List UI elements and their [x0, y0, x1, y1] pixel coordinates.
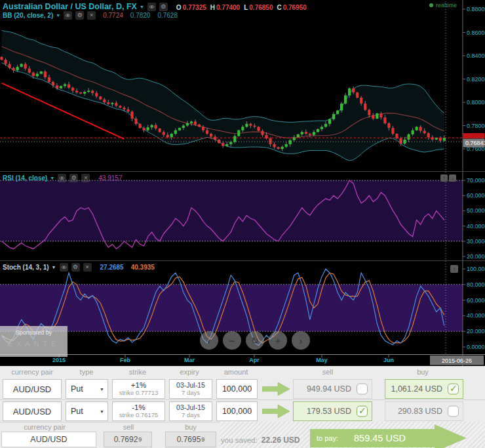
eye-icon[interactable]: [147, 3, 156, 11]
pair-field[interactable]: AUD/USD: [3, 379, 62, 399]
to-pay-label: to pay:: [317, 434, 338, 442]
rsi-label[interactable]: RSI (14, close): [3, 174, 47, 182]
quote-buy-price[interactable]: 0.76959: [165, 432, 216, 447]
sell-price-button[interactable]: 179.53 USD: [293, 401, 372, 421]
quote-sell-pip: 9: [138, 436, 142, 443]
expiry-field[interactable]: 03-Jul-15 7 days: [169, 379, 212, 399]
time-tick-label: Apr: [249, 357, 260, 363]
price-chart-canvas[interactable]: 0.880000.860000.840000.820000.800000.780…: [0, 0, 485, 366]
savings-readout: you saved: 22.26 USD: [221, 436, 300, 445]
ohlc-readout: O0.77325 H0.77400 L0.76850 C0.76950: [176, 1, 307, 12]
buy-price-button[interactable]: 290.83 USD: [385, 401, 463, 421]
bb-label[interactable]: BB (20, close, 2): [3, 12, 53, 19]
saved-value: 22.26 USD: [262, 436, 300, 445]
chevron-down-icon[interactable]: ▼: [50, 176, 54, 180]
buy-price: 1,061.24 USD: [391, 384, 442, 394]
strike-field[interactable]: -1% strike 0.76175: [112, 401, 165, 421]
reset-zoom-button[interactable]: ↻: [246, 331, 264, 350]
column-header-type: type: [80, 368, 94, 376]
collapse-up-icon[interactable]: ↑: [450, 265, 458, 273]
buy-checkbox[interactable]: [448, 406, 459, 417]
quote-sell-price[interactable]: 0.76929: [104, 432, 152, 447]
to-pay-banner[interactable]: to pay: 859.45 USD: [310, 429, 435, 447]
amount-input[interactable]: 100,000: [216, 379, 258, 399]
sponsor-label: Sponsored by: [0, 329, 68, 336]
row-divider: [0, 399, 485, 400]
to-pay-value: 859.45 USD: [354, 433, 406, 443]
column-header-amount: amount: [224, 368, 248, 376]
type-select[interactable]: Put ▼: [66, 379, 108, 399]
rsi-tick-label: 20.0000: [467, 253, 485, 260]
rsi-header: RSI (14, close) ▼ ⚙ × 43.9157: [3, 174, 122, 182]
eye-icon[interactable]: [60, 263, 68, 272]
sell-checkbox[interactable]: [357, 384, 368, 395]
collapse-down-icon[interactable]: ↓: [449, 174, 456, 182]
pan-left-button[interactable]: ‹: [200, 331, 218, 350]
sell-price: 949.94 USD: [307, 384, 351, 394]
type-select[interactable]: Put ▼: [66, 401, 108, 421]
zoom-in-button[interactable]: +: [269, 331, 287, 350]
chevron-down-icon[interactable]: ▼: [52, 265, 56, 270]
stoch-tick-label: 60.0000: [467, 297, 485, 304]
amount-input[interactable]: 100,000: [216, 401, 258, 421]
gear-icon[interactable]: ⚙: [69, 174, 78, 182]
time-tick-label: 2015: [52, 357, 66, 363]
stoch-tick-label: 80.0000: [467, 281, 485, 288]
zoom-out-button[interactable]: −: [223, 331, 241, 350]
collapse-up-icon[interactable]: ↑: [440, 174, 448, 182]
realtime-label: realtime: [436, 2, 457, 9]
time-tick-label: Jun: [383, 357, 394, 363]
time-tick-label: Mar: [184, 357, 195, 363]
last-price-label: 0.76843: [465, 140, 485, 146]
quote-sell-main: 0.7692: [114, 435, 138, 444]
bb-mid-value: 0.7724: [103, 12, 123, 19]
rsi-tick-label: 40.0000: [467, 223, 485, 230]
time-axis[interactable]: 2015FebMarAprMayJun2015-06-26: [0, 354, 485, 365]
expiry-field[interactable]: 03-Jul-15 7 days: [169, 401, 212, 421]
strike-percent: -1%: [113, 403, 165, 411]
buy-price-button[interactable]: 1,061.24 USD: [385, 379, 463, 399]
chevron-down-icon[interactable]: ▼: [56, 13, 60, 18]
submit-arrow-icon: [262, 382, 290, 396]
price-axis[interactable]: 0.880000.860000.840000.820000.800000.780…: [463, 0, 485, 366]
pan-right-button[interactable]: ›: [292, 331, 310, 350]
column-header-buy: buy: [417, 368, 429, 376]
eye-icon[interactable]: [58, 174, 66, 182]
close-icon[interactable]: ×: [83, 263, 92, 272]
symbol-title[interactable]: Australian Dollar / US Dollar, D, FX: [3, 2, 137, 11]
stoch-label[interactable]: Stoch (14, 3, 1): [3, 264, 49, 271]
sell-price: 179.53 USD: [307, 407, 351, 416]
expiry-days: 7 days: [170, 389, 212, 396]
time-tick-label: May: [316, 357, 328, 363]
quote-header-buy: buy: [185, 423, 197, 431]
trade-panel: currency pair type strike expiry amount …: [0, 366, 485, 448]
strike-price: strike 0.76175: [113, 411, 165, 418]
last-date-label: 2015-06-26: [442, 357, 472, 364]
sell-price-button[interactable]: 949.94 USD: [293, 379, 372, 399]
sell-checkbox[interactable]: [357, 406, 368, 417]
sponsor-name: EXANTE: [0, 340, 68, 348]
price-tick-label: 0.88000: [467, 6, 485, 12]
stoch-header: Stoch (14, 3, 1) ▼ ⚙ × 27.2685 40.3935: [3, 263, 155, 272]
pair-field[interactable]: AUD/USD: [3, 401, 62, 421]
eye-icon[interactable]: [64, 11, 72, 20]
gear-icon[interactable]: ⚙: [71, 263, 80, 272]
close-icon[interactable]: ×: [87, 11, 96, 20]
close-icon[interactable]: ×: [81, 174, 90, 182]
gear-icon[interactable]: ⚙: [75, 11, 84, 20]
column-header-expiry: expiry: [180, 368, 199, 376]
stoch-tick-label: 100.000: [467, 266, 485, 272]
bb-lower-value: 0.7628: [157, 12, 178, 19]
price-tick-label: 0.80000: [467, 99, 485, 106]
rsi-panel-controls: ↑ ↓: [440, 174, 456, 182]
chevron-down-icon[interactable]: ▼: [140, 5, 144, 9]
quote-buy-main: 0.7695: [177, 435, 201, 444]
buy-checkbox[interactable]: [448, 384, 459, 395]
saved-label: you saved:: [221, 436, 258, 444]
chart-nav-bar: ‹ − ↻ + ›: [200, 331, 310, 350]
type-select-value: Put: [71, 384, 83, 394]
stoch-tick-label: 40.0000: [467, 312, 485, 319]
strike-field[interactable]: +1% strike 0.77713: [112, 379, 165, 399]
quote-pair[interactable]: AUD/USD: [1, 432, 96, 447]
gear-icon[interactable]: ⚙: [159, 3, 168, 11]
